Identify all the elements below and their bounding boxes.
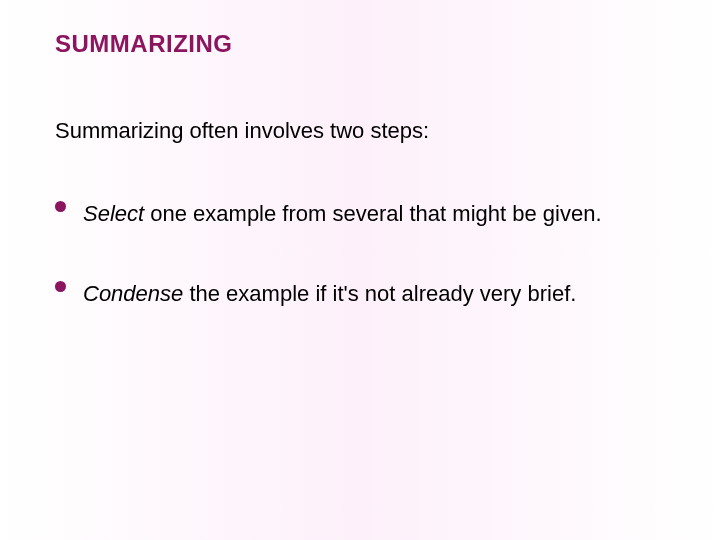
bullet-rest: the example if it's not already very bri… [183, 281, 576, 306]
bullet-lead: Condense [83, 281, 183, 306]
bullet-list: Select one example from several that mig… [55, 199, 665, 308]
bullet-rest: one example from several that might be g… [144, 201, 601, 226]
bullet-icon [55, 281, 66, 292]
intro-text: Summarizing often involves two steps: [55, 118, 665, 144]
list-item: Select one example from several that mig… [55, 199, 665, 229]
slide-title: SUMMARIZING [55, 30, 665, 58]
bullet-lead: Select [83, 201, 144, 226]
list-item: Condense the example if it's not already… [55, 279, 665, 309]
bullet-icon [55, 201, 66, 212]
